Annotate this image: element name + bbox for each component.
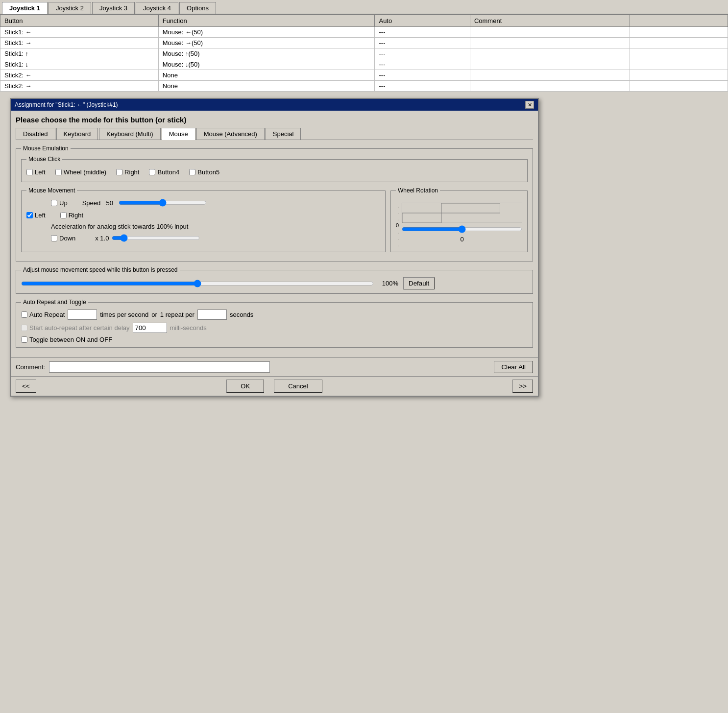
cell-button: Stick2: → [0, 81, 159, 92]
delay-unit: milli-seconds [170, 324, 207, 332]
table-row[interactable]: Stick1: ↓ Mouse: ↓(50) --- [0, 59, 728, 70]
left-checkbox-label[interactable]: Left [26, 212, 46, 219]
cell-auto: --- [375, 59, 470, 70]
click-button4-item[interactable]: Button4 [149, 168, 179, 176]
cell-function: Mouse: ↑(50) [158, 48, 375, 59]
cell-auto: --- [375, 70, 470, 81]
comment-row: Comment: Clear All [11, 357, 538, 376]
wheel-slider[interactable] [402, 224, 522, 234]
cancel-button[interactable]: Cancel [274, 380, 322, 393]
cell-function: Mouse: ←(50) [158, 27, 375, 38]
cell-button: Stick1: → [0, 38, 159, 48]
toggle-text: Toggle between ON and OFF [29, 336, 112, 343]
auto-repeat-legend: Auto Repeat and Toggle [21, 299, 88, 306]
main-table-area: Button Function Auto Comment Stick1: ← M… [0, 15, 728, 92]
cell-comment [470, 27, 630, 38]
delay-input[interactable] [133, 323, 167, 333]
down-checkbox[interactable] [51, 235, 57, 241]
tab-joystick2[interactable]: Joystick 2 [49, 2, 91, 14]
speed-adjust-default-button[interactable]: Default [403, 277, 435, 289]
table-row[interactable]: Stick1: → Mouse: →(50) --- [0, 38, 728, 48]
mouse-click-legend: Mouse Click [26, 156, 62, 163]
cell-function: None [158, 70, 375, 81]
click-button4-checkbox[interactable] [149, 169, 155, 175]
click-button5-label: Button5 [197, 168, 219, 176]
down-label: Down [59, 235, 75, 242]
tab-mouse[interactable]: Mouse [162, 128, 195, 140]
col-header-comment: Comment [470, 15, 630, 27]
right-checkbox[interactable] [60, 212, 67, 218]
auto-repeat-seconds-input[interactable] [197, 309, 227, 320]
tab-keyboard-multi[interactable]: Keyboard (Multi) [99, 128, 160, 140]
tab-joystick3[interactable]: Joystick 3 [92, 2, 135, 14]
mouse-emulation-fieldset: Mouse Emulation Mouse Click Left Wheel (… [16, 145, 533, 261]
auto-repeat-times-input[interactable] [68, 309, 97, 320]
svg-rect-0 [402, 213, 441, 223]
auto-repeat-checkbox[interactable] [21, 311, 27, 318]
mouse-emulation-legend: Mouse Emulation [21, 145, 71, 152]
mid-row: Left Right [26, 212, 380, 219]
up-checkbox[interactable] [51, 200, 57, 206]
toggle-label[interactable]: Toggle between ON and OFF [21, 336, 528, 343]
cell-extra [630, 81, 728, 92]
tab-special[interactable]: Special [266, 128, 301, 140]
delay-checkbox [21, 325, 27, 331]
cell-comment [470, 48, 630, 59]
tab-keyboard[interactable]: Keyboard [56, 128, 98, 140]
click-wheel-item[interactable]: Wheel (middle) [55, 168, 106, 176]
wheel-svg [402, 203, 500, 223]
cell-comment [470, 38, 630, 48]
comment-input[interactable] [49, 361, 270, 373]
table-row[interactable]: Stick1: ← Mouse: ←(50) --- [0, 27, 728, 38]
wheel-zero: 0 [396, 222, 399, 229]
wheel-dot3: . [397, 215, 399, 222]
mouse-click-row: Left Wheel (middle) Right Button4 [26, 166, 522, 178]
col-header-button: Button [0, 15, 159, 27]
click-right-item[interactable]: Right [116, 168, 139, 176]
accel-label: Acceleration for analog stick towards 10… [51, 223, 188, 230]
click-button5-item[interactable]: Button5 [189, 168, 219, 176]
tab-joystick1[interactable]: Joystick 1 [2, 2, 48, 14]
speed-slider[interactable] [119, 198, 207, 208]
click-left-item[interactable]: Left [26, 168, 46, 176]
tab-joystick4[interactable]: Joystick 4 [136, 2, 178, 14]
tab-options[interactable]: Options [179, 2, 216, 14]
cell-function: Mouse: →(50) [158, 38, 375, 48]
click-right-checkbox[interactable] [116, 169, 122, 175]
down-checkbox-label[interactable]: Down [51, 235, 75, 242]
table-row[interactable]: Stick1: ↑ Mouse: ↑(50) --- [0, 48, 728, 59]
speed-adjust-legend: Adjust mouse movement speed while this b… [21, 266, 180, 273]
auto-repeat-fieldset: Auto Repeat and Toggle Auto Repeat times… [16, 299, 533, 348]
tab-mouse-advanced[interactable]: Mouse (Advanced) [196, 128, 265, 140]
wheel-rotation-content: . . . 0 . . . [396, 198, 522, 248]
wheel-chart [402, 203, 522, 222]
speed-adjust-slider[interactable] [21, 279, 374, 288]
click-left-checkbox[interactable] [26, 169, 33, 175]
table-row[interactable]: Stick2: ← None --- [0, 70, 728, 81]
accel-slider[interactable] [112, 233, 200, 243]
click-left-label: Left [35, 168, 46, 176]
next-button[interactable]: >> [512, 380, 533, 393]
toggle-checkbox[interactable] [21, 336, 27, 343]
click-wheel-checkbox[interactable] [55, 169, 62, 175]
left-checkbox[interactable] [26, 212, 33, 218]
right-checkbox-label[interactable]: Right [60, 212, 83, 219]
table-row[interactable]: Stick2: → None --- [0, 81, 728, 92]
dialog-close-button[interactable]: ✕ [525, 101, 534, 109]
tab-disabled[interactable]: Disabled [16, 128, 55, 140]
or-label: or [151, 311, 157, 318]
click-button5-checkbox[interactable] [189, 169, 195, 175]
mouse-movement-wrapper: Mouse Movement Up Speed 50 [21, 187, 528, 257]
clear-all-button[interactable]: Clear All [494, 361, 533, 373]
up-checkbox-label[interactable]: Up [51, 199, 68, 207]
prev-button[interactable]: << [16, 380, 36, 393]
auto-repeat-label[interactable]: Auto Repeat [21, 311, 65, 318]
col-header-extra [630, 15, 728, 27]
cell-comment [470, 59, 630, 70]
right-label: Right [69, 212, 83, 219]
ok-button[interactable]: OK [226, 380, 264, 393]
cell-extra [630, 38, 728, 48]
assignment-dialog: Assignment for "Stick1: ←" (Joystick#1) … [10, 98, 539, 397]
cell-function: None [158, 81, 375, 92]
cell-button: Stick1: ← [0, 27, 159, 38]
